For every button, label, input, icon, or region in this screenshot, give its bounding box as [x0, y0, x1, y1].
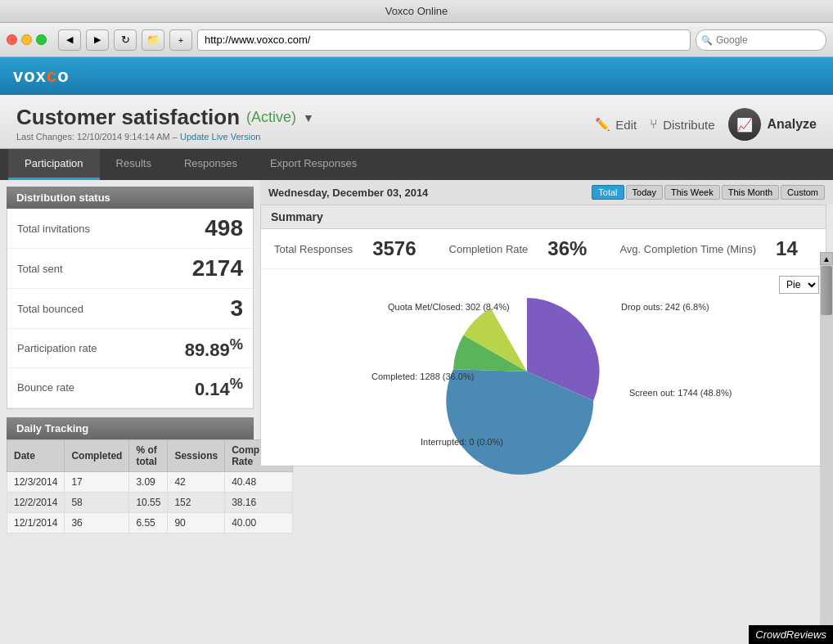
last-changes: Last Changes: 12/10/2014 9:14:14 AM – Up…: [16, 132, 314, 142]
edit-button[interactable]: ✏️ Edit: [595, 117, 637, 132]
tl-green[interactable]: [36, 34, 47, 45]
stat-row-bounce-rate: Bounce rate 0.14%: [7, 368, 253, 408]
distribution-status-header: Distribution status: [7, 187, 254, 209]
label-dropouts: Drop outs: 242 (6.8%): [621, 302, 709, 312]
survey-status: (Active): [246, 109, 296, 126]
new-tab-button[interactable]: +: [169, 29, 192, 51]
stat-label: Total sent: [17, 263, 63, 275]
filter-this-week[interactable]: This Week: [664, 185, 720, 200]
col-date: Date: [7, 439, 65, 471]
table-row: 12/1/2014366.559040.00: [7, 512, 293, 533]
total-responses-label: Total Responses: [274, 243, 353, 255]
analyze-circle-button[interactable]: 📈: [728, 108, 761, 141]
avg-time-label: Avg. Completion Time (Mins): [619, 243, 756, 255]
label-quotamet: Quota Met/Closed: 302 (8.4%): [388, 302, 510, 312]
back-button[interactable]: ◀: [58, 29, 81, 51]
stat-value: 0.14%: [195, 375, 243, 400]
stat-label: Total bounced: [17, 303, 83, 315]
filter-total[interactable]: Total: [592, 185, 624, 200]
forward-button[interactable]: ▶: [86, 29, 109, 51]
search-input[interactable]: [696, 29, 826, 51]
distribute-button[interactable]: ⑂ Distribute: [650, 117, 714, 132]
status-arrow[interactable]: ▼: [303, 111, 314, 124]
col-completed: Completed: [65, 439, 129, 471]
tab-responses[interactable]: Responses: [168, 149, 254, 180]
right-panel: Summary Total Responses 3576 Completion …: [260, 205, 833, 644]
chart-type-select[interactable]: Pie Bar: [779, 276, 819, 294]
app-header: Customer satisfaction (Active) ▼ Last Ch…: [0, 95, 833, 149]
left-panel: Distribution status Total invitations 49…: [0, 180, 260, 644]
filter-this-month[interactable]: This Month: [722, 185, 779, 200]
table-row: 12/2/20145810.5515238.16: [7, 492, 293, 512]
logo: voxco: [13, 65, 70, 87]
avg-time-value: 14: [776, 237, 798, 260]
total-responses-value: 3576: [372, 237, 416, 260]
completion-rate-value: 36%: [547, 237, 587, 260]
date-filter-buttons: Total Today This Week This Month Custom: [592, 185, 825, 200]
browser-titlebar: Voxco Online: [0, 0, 833, 23]
analyze-label: Analyze: [768, 117, 817, 132]
stat-row-participation: Participation rate 89.89%: [7, 329, 253, 368]
crowdreviews-badge: CrowdReviews: [749, 625, 833, 644]
tab-participation[interactable]: Participation: [8, 149, 100, 180]
summary-box: Summary Total Responses 3576 Completion …: [260, 205, 826, 466]
completion-rate-label: Completion Rate: [449, 243, 529, 255]
survey-title: Customer satisfaction: [16, 105, 240, 130]
label-completed: Completed: 1288 (36.0%): [371, 372, 474, 381]
filter-custom[interactable]: Custom: [781, 185, 825, 200]
right-content-area: Wednesday, December 03, 2014 Total Today…: [260, 180, 833, 644]
stat-row-invitations: Total invitations 498: [7, 209, 253, 249]
pie-chart: Quota Met/Closed: 302 (8.4%) Drop outs: …: [339, 277, 748, 457]
update-live-link[interactable]: Update Live Version: [180, 132, 260, 142]
stat-value: 89.89%: [185, 336, 243, 361]
edit-icon: ✏️: [595, 117, 610, 132]
stat-value: 498: [205, 215, 243, 241]
tab-results[interactable]: Results: [100, 149, 168, 180]
stat-row-sent: Total sent 2174: [7, 249, 253, 289]
stat-row-bounced: Total bounced 3: [7, 289, 253, 329]
distribute-icon: ⑂: [650, 117, 658, 132]
filter-today[interactable]: Today: [626, 185, 663, 200]
stat-value: 2174: [192, 255, 243, 281]
distribution-status-body: Total invitations 498 Total sent 2174 To…: [7, 209, 254, 409]
stat-label: Participation rate: [17, 342, 97, 354]
table-row: 12/3/2014173.094240.48: [7, 471, 293, 492]
pie-container: Pie Bar: [261, 269, 826, 466]
browser-title: Voxco Online: [385, 5, 448, 17]
summary-header: Summary: [261, 205, 826, 229]
reload-button[interactable]: ↻: [114, 29, 137, 51]
summary-stats: Total Responses 3576 Completion Rate 36%…: [261, 229, 826, 269]
label-interrupted: Interrupted: 0 (0.0%): [421, 437, 503, 447]
survey-title-area: Customer satisfaction (Active) ▼ Last Ch…: [16, 105, 314, 142]
tl-red[interactable]: [7, 34, 17, 45]
tabs-bar: Participation Results Responses Export R…: [0, 149, 833, 180]
tab-export-responses[interactable]: Export Responses: [254, 149, 373, 180]
app-topbar: voxco: [0, 57, 833, 95]
scrollbar[interactable]: ▲ ▼: [820, 252, 833, 644]
scroll-up-arrow[interactable]: ▲: [820, 252, 833, 265]
col-pct: % of total: [129, 439, 168, 471]
daily-tracking-header: Daily Tracking: [7, 417, 254, 439]
tl-yellow[interactable]: [21, 34, 32, 45]
bookmark-button[interactable]: 📁: [142, 29, 164, 51]
analyze-icon: 📈: [736, 117, 753, 133]
stat-label: Bounce rate: [17, 381, 74, 394]
header-actions: ✏️ Edit ⑂ Distribute 📈 Analyze: [595, 108, 817, 141]
search-icon: 🔍: [701, 34, 713, 45]
stat-label: Total invitations: [17, 223, 90, 235]
stat-value: 3: [230, 295, 243, 322]
scrollbar-thumb[interactable]: [821, 266, 832, 315]
tracking-table: Date Completed % of total Sessions Compl…: [7, 439, 293, 534]
date-bar: Wednesday, December 03, 2014 Total Today…: [260, 180, 833, 205]
browser-controls: ◀ ▶ ↻ 📁 + 🔍: [0, 23, 833, 57]
label-screenout: Screen out: 1744 (48.8%): [629, 388, 732, 398]
url-bar[interactable]: [197, 29, 691, 51]
col-sessions: Sessions: [168, 439, 225, 471]
